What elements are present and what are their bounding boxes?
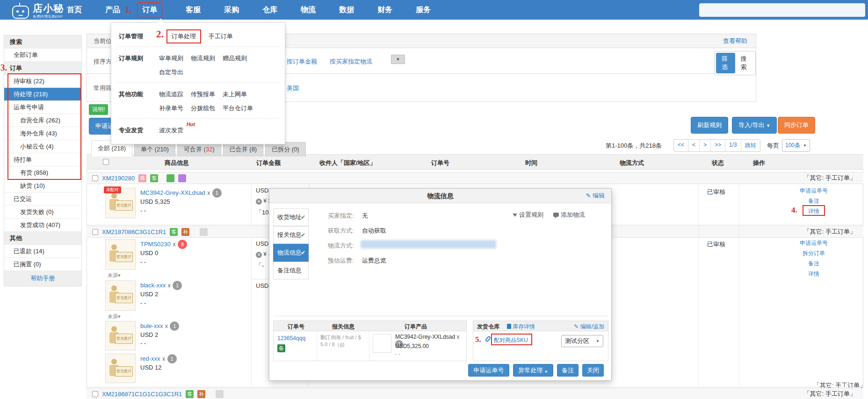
product-name-link[interactable]: TPMS0230 bbox=[140, 241, 171, 248]
brand-logo[interactable]: 店小秘 免费跨境电商ERP bbox=[12, 2, 64, 19]
nav-item-purchase[interactable]: 采购 bbox=[224, 5, 239, 15]
pagination-first[interactable]: << bbox=[674, 140, 688, 151]
modal-tab-label: 报关信息 bbox=[277, 231, 302, 238]
nav-item-orders[interactable]: 订单 bbox=[137, 2, 162, 18]
nav-item-data[interactable]: 数据 bbox=[339, 5, 354, 15]
sort-by-buyer-logistics-link[interactable]: 按买家指定物流 bbox=[330, 57, 372, 66]
menu-item-supplement-tracking[interactable]: 补录单号 bbox=[159, 104, 183, 113]
sidebar-item-out-of-stock[interactable]: 缺货 (10) bbox=[4, 179, 81, 192]
page-size-select[interactable]: 100条▼ bbox=[782, 139, 810, 152]
sidebar-item-pending-review[interactable]: 待审核 (22) bbox=[4, 75, 81, 88]
op-split-order[interactable]: 拆分订单 bbox=[795, 249, 832, 257]
modal-tab-remark[interactable]: 备注信息 bbox=[273, 262, 309, 279]
menu-item-wave-shipping[interactable]: 波次发货Hot bbox=[159, 126, 183, 135]
collapse-button[interactable]: ▼ bbox=[391, 55, 405, 64]
sidebar-item-all-orders[interactable]: 全部订单 bbox=[4, 49, 81, 62]
sidebar-item-ship-success[interactable]: 发货成功 (407) bbox=[4, 219, 81, 232]
menu-item-logistics-tracking[interactable]: 物流追踪 bbox=[159, 90, 183, 99]
op-details[interactable]: 详情 bbox=[795, 207, 832, 215]
menu-item-sorting-packing[interactable]: 分拨组包 bbox=[191, 104, 215, 113]
nav-item-warehouse[interactable]: 仓库 bbox=[262, 5, 277, 15]
search-input-blurred[interactable] bbox=[699, 3, 865, 17]
sidebar-item-cloud-warehouse[interactable]: 小秘云仓 (4) bbox=[4, 140, 81, 153]
pagination-prev[interactable]: < bbox=[688, 140, 699, 151]
modal-tab-address[interactable]: 收货地址✔ bbox=[273, 208, 309, 226]
nav-item-products[interactable]: 产品 bbox=[105, 5, 120, 15]
select-all-checkbox[interactable] bbox=[103, 159, 109, 165]
menu-item-gift-rules[interactable]: 赠品规则 bbox=[223, 54, 247, 63]
product-name-link[interactable]: red-xxx bbox=[140, 355, 160, 362]
modal-remark-button[interactable]: 备注 bbox=[557, 364, 579, 377]
refresh-rules-button[interactable]: 刷新规则 bbox=[691, 117, 728, 134]
sidebar-help-link[interactable]: 帮助手册 bbox=[4, 271, 81, 286]
menu-item-order-processing[interactable]: 订单处理 bbox=[166, 29, 201, 43]
order-checkbox[interactable] bbox=[92, 229, 98, 235]
set-rules-button[interactable]: 设置规则 bbox=[513, 211, 543, 219]
order-id-link[interactable]: XM2186871C1G1C1G3C1R1 bbox=[102, 391, 182, 398]
edit-append-link[interactable]: ✎ 编辑/追加 bbox=[574, 323, 604, 331]
product-name-link[interactable]: MC3942-Grey-XXLdsad bbox=[140, 189, 205, 196]
op-remark[interactable]: 备注 bbox=[795, 197, 832, 205]
view-help-link[interactable]: 查看帮助 bbox=[723, 34, 747, 48]
modal-tab-customs[interactable]: 报关信息✔ bbox=[273, 226, 309, 244]
search-toggle-button[interactable]: 搜索 bbox=[735, 53, 754, 73]
pagination-next[interactable]: > bbox=[699, 140, 710, 151]
pagination-last[interactable]: >> bbox=[710, 140, 725, 151]
sidebar-item-refunded[interactable]: 已退款 (14) bbox=[4, 245, 81, 258]
zone-select[interactable]: 测试分区▼ bbox=[561, 335, 603, 347]
nav-item-services[interactable]: 服务 bbox=[416, 5, 431, 15]
nav-item-finance[interactable]: 财务 bbox=[377, 5, 392, 15]
product-image: 暂无图片 bbox=[105, 354, 136, 383]
sidebar-item-on-hold[interactable]: 已搁置 (0) bbox=[4, 258, 81, 271]
op-details[interactable]: 详情 bbox=[795, 270, 832, 278]
pagination-jump[interactable]: 跳转 bbox=[741, 140, 760, 151]
product-image: 暂无图片 bbox=[105, 321, 136, 350]
sidebar-item-tracking-apply[interactable]: 运单号申请 bbox=[4, 101, 81, 114]
sidebar-item-to-print[interactable]: 待打单 bbox=[4, 153, 81, 166]
order-id-link[interactable]: XM2190280 bbox=[102, 175, 135, 182]
nav-item-logistics[interactable]: 物流 bbox=[301, 5, 316, 15]
order-id-link[interactable]: XM2187086C3G1C1R1 bbox=[102, 228, 166, 235]
sidebar-item-overseas-warehouse[interactable]: 海外仓库 (43) bbox=[4, 127, 81, 140]
sync-orders-button[interactable]: 同步订单 bbox=[778, 117, 815, 134]
op-apply-tracking[interactable]: 申请运单号 bbox=[795, 187, 832, 195]
pair-sku-link[interactable]: 配对商品SKU bbox=[494, 336, 528, 344]
menu-item-logistics-rules[interactable]: 物流规则 bbox=[191, 54, 215, 63]
modal-edit-link[interactable]: ✎ 编辑 bbox=[586, 189, 605, 203]
fee-overview-link[interactable]: 运费总览 bbox=[362, 256, 386, 265]
source-toggle[interactable]: 来源▾ bbox=[108, 313, 121, 320]
menu-item-not-online[interactable]: 未上网单 bbox=[223, 90, 247, 99]
menu-item-custom-export[interactable]: 自定导出 bbox=[159, 68, 183, 77]
nav-item-service[interactable]: 客服 bbox=[186, 5, 201, 15]
filter-toggle-button[interactable]: 筛选 bbox=[716, 53, 735, 73]
sidebar-item-in-stock[interactable]: 有货 (858) bbox=[4, 166, 81, 179]
op-remark[interactable]: 备注 bbox=[795, 260, 832, 268]
sidebar-item-pending-process[interactable]: 待处理 (218) bbox=[4, 88, 81, 101]
nav-item-home[interactable]: 首页 bbox=[67, 5, 82, 15]
modal-close-button[interactable]: 关闭 bbox=[582, 364, 604, 377]
op-apply-tracking[interactable]: 申请运单号 bbox=[795, 239, 832, 247]
inner-order-no-link[interactable]: 123654qqq bbox=[277, 335, 305, 342]
sidebar-item-own-warehouse[interactable]: 自营仓库 (262) bbox=[4, 114, 81, 127]
menu-item-platform-warehouse-order[interactable]: 平台仓订单 bbox=[223, 104, 253, 113]
sidebar-item-ship-failed[interactable]: 发货失败 (0) bbox=[4, 206, 81, 219]
order-checkbox[interactable] bbox=[92, 391, 98, 397]
menu-item-manual-order[interactable]: 手工订单 bbox=[209, 32, 233, 41]
modal-tab-logistics[interactable]: 物流信息✔ bbox=[273, 244, 309, 262]
inner-col-order-no: 订单号 bbox=[288, 323, 304, 331]
filter-usa-link[interactable]: 美国 bbox=[287, 84, 299, 93]
order-checkbox[interactable] bbox=[92, 175, 98, 181]
product-name-link[interactable]: bule-xxx bbox=[140, 322, 163, 329]
stock-details-link[interactable]: 库存详情 bbox=[507, 323, 535, 331]
modal-exception-button[interactable]: 异常处理 ▲ bbox=[513, 364, 553, 377]
menu-item-pre-declaration[interactable]: 传预报单 bbox=[191, 90, 215, 99]
source-toggle[interactable]: 来源▾ bbox=[108, 272, 121, 279]
product-price: USD 12 bbox=[140, 364, 162, 371]
menu-item-review-rules[interactable]: 审单规则 bbox=[159, 54, 183, 63]
add-logistics-button[interactable]: 添加物流 bbox=[553, 211, 585, 219]
sort-by-amount-link[interactable]: 按订单金额 bbox=[287, 57, 317, 66]
product-name-link[interactable]: black-xxx bbox=[140, 282, 166, 289]
sidebar-item-shipped[interactable]: 已交运 bbox=[4, 192, 81, 206]
import-export-button[interactable]: 导入/导出 ▼ bbox=[732, 117, 777, 134]
modal-apply-tracking-button[interactable]: 申请运单号 bbox=[468, 364, 509, 377]
